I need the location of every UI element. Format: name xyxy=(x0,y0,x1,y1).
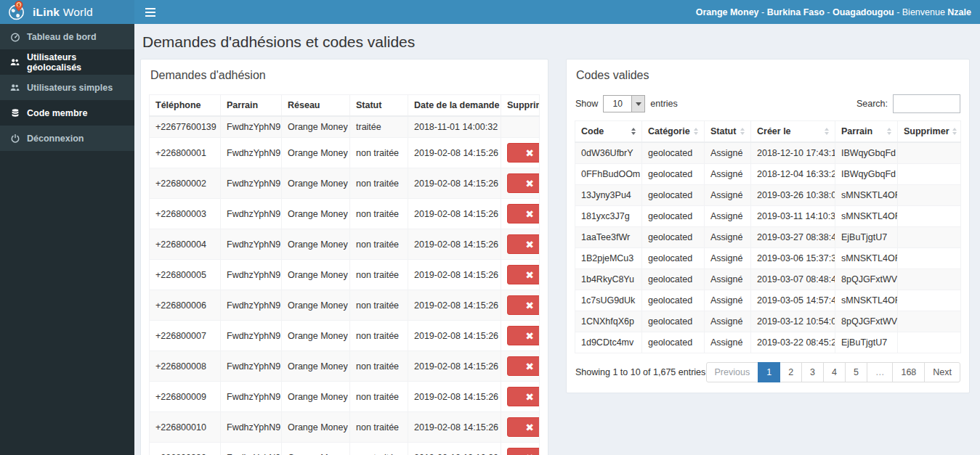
sidebar-item-users-simple[interactable]: Utilisateurs simples xyxy=(0,75,134,100)
cell-sponsor: sMNSKTL4OR xyxy=(835,248,898,269)
sortable-column-header[interactable]: Statut xyxy=(705,121,751,143)
cell-delete: ✖ xyxy=(501,412,540,443)
table-header-row: TéléphoneParrainRéseauStatutDate de la d… xyxy=(150,95,540,117)
sortable-column-header[interactable]: Supprimer xyxy=(898,121,961,143)
username: Nzale xyxy=(947,7,971,17)
page-number-button[interactable]: 3 xyxy=(801,362,824,382)
cell-delete: ✖ xyxy=(501,168,540,199)
page-size-select[interactable]: 10 xyxy=(603,95,645,112)
sort-icon xyxy=(952,128,957,135)
table-row: 0FFhBudOOmgeolocatedAssigné2018-12-04 16… xyxy=(575,164,961,185)
sidebar-toggle-hamburger-icon[interactable] xyxy=(134,0,166,24)
delete-request-button[interactable]: ✖ xyxy=(507,387,540,406)
cell-date: 2019-02-12 19:10:32 xyxy=(408,443,501,455)
delete-request-button[interactable]: ✖ xyxy=(507,265,540,284)
page-number-button[interactable]: 2 xyxy=(779,362,802,382)
top-navbar: $ iLink World Orange Money - Burkina Fas… xyxy=(0,0,980,24)
power-icon xyxy=(9,134,20,144)
cell-sponsor: FwdhzYphN9 xyxy=(221,229,282,260)
cell-code: 1d9CDtc4mv xyxy=(575,332,642,353)
cell-status: non traitée xyxy=(350,290,408,321)
table-row: +226800007FwdhzYphN9Orange Moneynon trai… xyxy=(150,321,540,351)
delete-request-button[interactable]: ✖ xyxy=(507,204,540,224)
delete-request-button[interactable]: ✖ xyxy=(507,417,540,437)
membership-requests-panel: Demandes d'adhésion TéléphoneParrainRése… xyxy=(140,59,548,455)
main-content: Demandes d'adhésions et codes valides De… xyxy=(134,24,980,455)
cell-date: 2019-02-08 14:15:26 xyxy=(408,290,501,321)
cell-delete xyxy=(898,290,961,311)
cell-phone: +226800005 xyxy=(150,260,221,290)
sortable-column-header[interactable]: Créer le xyxy=(751,121,835,143)
sort-icon xyxy=(694,128,698,135)
country-name: Burkina Faso xyxy=(767,7,825,17)
column-label: Parrain xyxy=(841,126,872,136)
session-info: Orange Money - Burkina Faso - Ouagadougo… xyxy=(696,0,980,24)
pagination: Previous12345…168Next xyxy=(706,362,960,382)
delete-request-button[interactable]: ✖ xyxy=(507,356,540,376)
sidebar-item-member-code[interactable]: Code membre xyxy=(0,100,134,126)
users-icon xyxy=(9,57,20,67)
cell-sponsor: EjBuTjgtU7 xyxy=(835,227,898,248)
show-label: Show xyxy=(575,99,598,109)
delete-request-button[interactable]: ✖ xyxy=(507,295,540,315)
cell-delete: ✖ xyxy=(501,321,540,351)
sidebar-item-logout[interactable]: Déconnexion xyxy=(0,126,134,151)
cell-delete: ✖ xyxy=(501,260,540,290)
app-window: $ iLink World Orange Money - Burkina Fas… xyxy=(0,0,980,455)
cell-sponsor: IBWqyGbqFd xyxy=(835,142,898,164)
delete-request-button[interactable]: ✖ xyxy=(507,326,540,345)
cell-status: Assigné xyxy=(705,311,751,332)
dashboard-icon xyxy=(9,32,20,42)
cell-sponsor: EjBuTjgtU7 xyxy=(835,332,898,353)
cell-date: 2019-02-08 14:15:26 xyxy=(408,199,501,229)
sidebar-item-users-geolocated[interactable]: Utilisateurs géolocalisés xyxy=(0,49,134,75)
cell-status: Assigné xyxy=(705,227,751,248)
page-prev-button[interactable]: Previous xyxy=(706,362,759,382)
cell-date: 2019-02-08 14:15:26 xyxy=(408,138,501,168)
page-number-button[interactable]: 5 xyxy=(845,362,867,382)
page-number-button[interactable]: 1 xyxy=(758,362,780,382)
cell-sponsor: FwdhzYphN9 xyxy=(221,382,282,412)
delete-request-button[interactable]: ✖ xyxy=(507,234,540,254)
delete-request-button[interactable]: ✖ xyxy=(507,448,540,455)
cell-network: Orange Money xyxy=(282,412,350,443)
table-row: 1aaTee3fWrgeolocatedAssigné2019-03-27 08… xyxy=(575,227,961,248)
table-row: +226800001FwdhzYphN9Orange Moneynon trai… xyxy=(150,138,540,168)
sortable-column-header[interactable]: Catégorie xyxy=(642,121,705,143)
column-label: Code xyxy=(581,126,604,136)
page-next-button[interactable]: Next xyxy=(924,362,960,382)
sortable-column-header[interactable]: Code xyxy=(575,121,642,143)
page-number-button[interactable]: 4 xyxy=(823,362,846,382)
page-ellipsis[interactable]: … xyxy=(867,362,894,382)
cell-phone: +226800009 xyxy=(150,382,221,412)
table-row: +226800006FwdhzYphN9Orange Moneynon trai… xyxy=(150,290,540,321)
cell-code: 1B2pjeMCu3 xyxy=(575,248,642,269)
cell-delete: ✖ xyxy=(501,138,540,168)
cell-category: geolocated xyxy=(642,185,705,206)
cell-status: Assigné xyxy=(705,269,751,290)
sidebar-item-label: Déconnexion xyxy=(27,134,84,144)
cell-phone: +22677600139 xyxy=(150,116,221,138)
cell-delete xyxy=(898,269,961,290)
cell-status: non traitée xyxy=(350,351,408,382)
search-input[interactable] xyxy=(893,94,960,113)
cell-delete xyxy=(898,311,961,332)
delete-request-button[interactable]: ✖ xyxy=(507,173,540,193)
cell-category: geolocated xyxy=(642,227,705,248)
sidebar-item-dashboard[interactable]: Tableau de bord xyxy=(0,24,134,49)
page-size-value: 10 xyxy=(604,96,631,112)
cell-created: 2019-03-26 10:38:08 xyxy=(751,185,835,206)
cell-sponsor: sMNSKTL4OR xyxy=(835,185,898,206)
sort-icon xyxy=(825,128,829,135)
delete-request-button[interactable]: ✖ xyxy=(507,143,540,163)
page-number-button[interactable]: 168 xyxy=(892,362,925,382)
cell-delete: ✖ xyxy=(501,351,540,382)
cell-network: Orange Money xyxy=(282,199,350,229)
sortable-column-header[interactable]: Parrain xyxy=(835,121,898,143)
cell-status: non traitée xyxy=(350,229,408,260)
operator-name: Orange Money xyxy=(696,7,759,17)
brand-logo[interactable]: $ iLink World xyxy=(0,0,134,24)
sidebar-item-label: Tableau de bord xyxy=(27,32,97,42)
cell-delete: ✖ xyxy=(501,199,540,229)
cell-phone: +226800006 xyxy=(150,290,221,321)
